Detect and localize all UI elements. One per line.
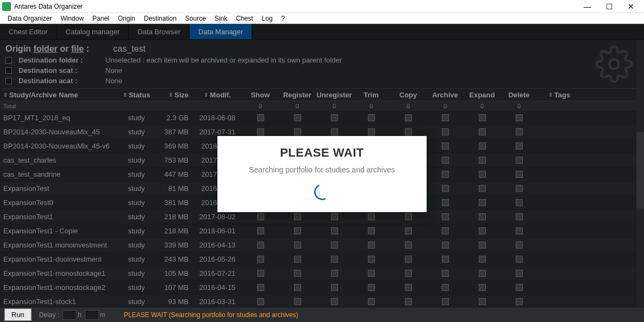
col-expand[interactable]: Expand [464,91,501,99]
row-checkbox[interactable] [368,284,375,291]
menu-sink[interactable]: Sink [210,15,232,22]
row-checkbox[interactable] [368,114,375,121]
row-checkbox[interactable] [479,199,486,206]
row-checkbox[interactable] [479,213,486,220]
row-checkbox[interactable] [442,298,449,305]
row-checkbox[interactable] [479,242,486,249]
row-checkbox[interactable] [442,284,449,291]
row-checkbox[interactable] [331,270,338,277]
origin-title-folder[interactable]: folder [34,44,58,53]
gear-icon[interactable] [595,45,633,83]
row-checkbox[interactable] [479,270,486,277]
scrollbar[interactable] [636,40,644,307]
table-row[interactable]: ExpansionTest1-monostockage1study105 MB2… [0,267,644,281]
row-checkbox[interactable] [405,256,412,263]
row-checkbox[interactable] [294,114,301,121]
row-checkbox[interactable] [516,157,523,164]
row-checkbox[interactable] [294,227,301,234]
col-tags[interactable]: ⇕Tags [537,91,581,99]
close-button[interactable]: ✕ [620,0,642,13]
row-checkbox[interactable] [442,114,449,121]
row-checkbox[interactable] [331,298,338,305]
row-checkbox[interactable] [479,128,486,135]
row-checkbox[interactable] [516,298,523,305]
tab-catalog-manager[interactable]: Catalog manager [57,24,129,39]
menu-log[interactable]: Log [258,15,277,22]
row-checkbox[interactable] [442,171,449,178]
row-checkbox[interactable] [294,128,301,135]
row-checkbox[interactable] [516,143,523,150]
origin-title-file[interactable]: file [71,44,84,53]
row-checkbox[interactable] [405,213,412,220]
col-trim[interactable]: Trim [353,91,390,99]
row-checkbox[interactable] [479,143,486,150]
col-show[interactable]: Show [242,91,279,99]
row-checkbox[interactable] [516,171,523,178]
row-checkbox[interactable] [516,213,523,220]
row-checkbox[interactable] [405,128,412,135]
row-checkbox[interactable] [516,199,523,206]
row-checkbox[interactable] [479,114,486,121]
row-checkbox[interactable] [257,128,264,135]
table-row[interactable]: ExpansionTest1 monoinvestmentstudy339 MB… [0,238,644,252]
row-checkbox[interactable] [442,185,449,192]
row-checkbox[interactable] [331,227,338,234]
row-checkbox[interactable] [405,284,412,291]
row-checkbox[interactable] [516,185,523,192]
row-checkbox[interactable] [257,284,264,291]
row-checkbox[interactable] [331,128,338,135]
row-checkbox[interactable] [479,256,486,263]
row-checkbox[interactable] [257,298,264,305]
table-row[interactable]: ExpansionTest1-stock1study93 MB2016-03-3… [0,295,644,307]
row-checkbox[interactable] [479,298,486,305]
row-checkbox[interactable] [442,128,449,135]
row-checkbox[interactable] [331,242,338,249]
col-register[interactable]: Register [279,91,316,99]
row-checkbox[interactable] [442,242,449,249]
tab-data-manager[interactable]: Data Manager [190,24,252,39]
row-checkbox[interactable] [368,242,375,249]
menu-origin[interactable]: Origin [114,15,140,22]
scroll-thumb[interactable] [636,132,644,208]
maximize-button[interactable]: ☐ [598,0,620,13]
row-checkbox[interactable] [368,256,375,263]
row-checkbox[interactable] [442,270,449,277]
row-checkbox[interactable] [442,213,449,220]
table-row[interactable]: BP17_MT1_2018_eqstudy2.3 GB2018-06-08 [0,111,644,125]
row-checkbox[interactable] [442,199,449,206]
row-checkbox[interactable] [294,270,301,277]
col-copy[interactable]: Copy [390,91,427,99]
row-checkbox[interactable] [442,256,449,263]
row-checkbox[interactable] [479,157,486,164]
row-checkbox[interactable] [331,284,338,291]
row-checkbox[interactable] [516,242,523,249]
row-checkbox[interactable] [257,227,264,234]
row-checkbox[interactable] [294,242,301,249]
row-checkbox[interactable] [368,227,375,234]
row-checkbox[interactable] [516,256,523,263]
row-checkbox[interactable] [516,227,523,234]
row-checkbox[interactable] [405,114,412,121]
row-checkbox[interactable] [331,256,338,263]
table-row[interactable]: ExpansionTest1-duoinvestmentstudy243 MB2… [0,252,644,267]
row-checkbox[interactable] [331,213,338,220]
row-checkbox[interactable] [442,143,449,150]
menu-source[interactable]: Source [181,15,210,22]
row-checkbox[interactable] [405,298,412,305]
run-button[interactable]: Run [4,308,32,321]
row-checkbox[interactable] [405,227,412,234]
row-checkbox[interactable] [516,270,523,277]
row-checkbox[interactable] [257,270,264,277]
delay-hours-input[interactable] [62,310,77,320]
col-unregister[interactable]: Unregister [316,91,353,99]
menu-destination[interactable]: Destination [140,15,181,22]
row-checkbox[interactable] [368,128,375,135]
row-checkbox[interactable] [516,114,523,121]
dest-scat-checkbox[interactable] [5,67,12,74]
row-checkbox[interactable] [479,227,486,234]
minimize-button[interactable]: — [577,0,598,13]
row-checkbox[interactable] [479,185,486,192]
menu-window[interactable]: Window [56,15,88,22]
row-checkbox[interactable] [405,242,412,249]
row-checkbox[interactable] [368,298,375,305]
